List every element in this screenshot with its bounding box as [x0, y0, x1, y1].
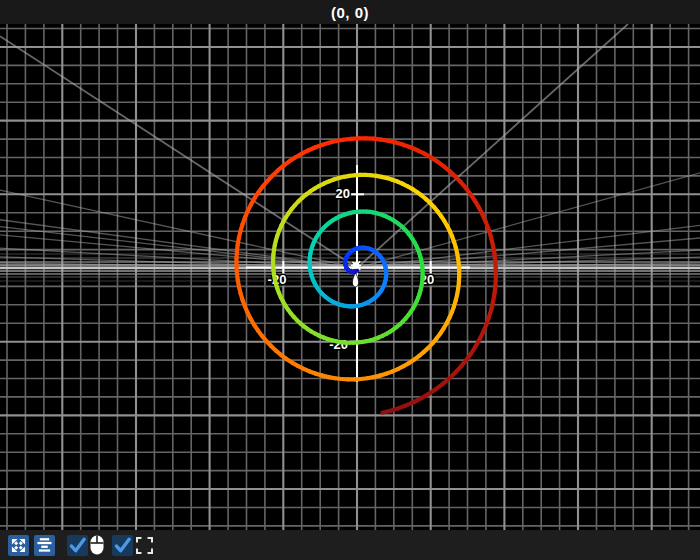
mouse-icon — [89, 535, 104, 556]
title-bar: (0, 0) — [0, 0, 700, 24]
mouse-control-checkbox[interactable] — [67, 535, 88, 556]
page-title: (0, 0) — [331, 4, 369, 21]
center-lines-button[interactable] — [34, 535, 55, 556]
pan-button[interactable] — [8, 535, 29, 556]
view-checkbox[interactable] — [112, 535, 133, 556]
checkmark-icon — [68, 536, 87, 555]
fullscreen-icon — [136, 537, 153, 554]
fullscreen-button[interactable] — [135, 536, 154, 555]
spiral-layer — [236, 138, 495, 412]
axis-tick-label: 20 — [336, 186, 350, 201]
checkmark-icon — [113, 536, 132, 555]
arrows-out-icon — [11, 538, 26, 553]
center-lines-icon — [37, 537, 52, 553]
bottom-toolbar — [0, 530, 700, 560]
app-window: (0, 0) 20-20-2020 — [0, 0, 700, 560]
plot-canvas[interactable]: 20-20-2020 — [0, 24, 700, 530]
plot-area[interactable]: 20-20-2020 — [0, 24, 700, 530]
